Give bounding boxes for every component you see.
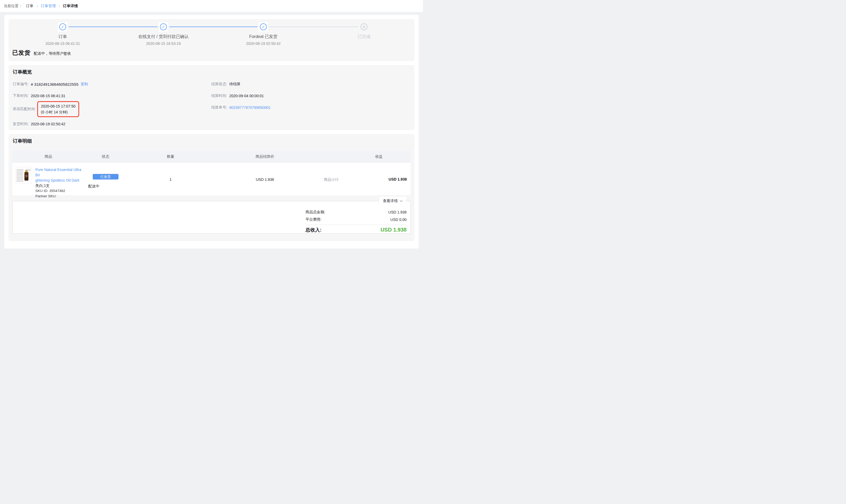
ship-time-label: 发货时间: bbox=[13, 122, 29, 126]
order-detail-block: 订单明细 商品 状态 数量 商品结算价 收益 bbox=[8, 134, 415, 241]
chevron-right-icon: › bbox=[36, 4, 38, 8]
status-badge: 已发货 bbox=[93, 174, 119, 180]
detail-title: 订单明细 bbox=[13, 138, 32, 144]
step-time-shipped: 2020-08-19 02:50:42 bbox=[221, 41, 306, 46]
stock-match-label: 库存匹配时间 bbox=[13, 107, 35, 111]
ship-time-value: 2020-08-19 02:50:42 bbox=[31, 122, 65, 126]
step-time-order: 2020-08-15 06:41:31 bbox=[20, 41, 105, 46]
step-node-4: 4 bbox=[359, 22, 369, 32]
product-spec: 美白;1支 bbox=[35, 183, 84, 188]
breadcrumb-location-label: 当前位置： bbox=[4, 4, 22, 8]
platform-fee-row: 平台费用: USD 0.00 bbox=[305, 217, 407, 222]
subtotal-label-cell: 商品小计 bbox=[315, 163, 347, 195]
breadcrumb-item-order-management[interactable]: 订单管理 bbox=[41, 4, 56, 8]
step-connector-done bbox=[169, 26, 258, 27]
product-title-link[interactable]: Pure Natural Essential Ultra Bri ghtenin… bbox=[35, 167, 84, 183]
breadcrumb: 当前位置： 订单 › 订单管理 › 订单详情 bbox=[0, 0, 423, 12]
total-income-row: 总收入: USD 1.938 bbox=[305, 227, 407, 233]
order-items-table: 商品 状态 数量 商品结算价 收益 Pure Natural Essen bbox=[13, 151, 410, 195]
step-number-icon: 4 bbox=[360, 23, 368, 30]
breadcrumb-item-orders[interactable]: 订单 bbox=[26, 4, 34, 8]
step-title-order: 订单 bbox=[20, 34, 105, 39]
step-node-2: ✓ bbox=[159, 22, 168, 32]
settle-number-link[interactable]: 80159777670789650001 bbox=[229, 105, 271, 110]
place-time-label: 下单时间: bbox=[13, 93, 29, 98]
settle-status-label: 结算状态: bbox=[211, 82, 227, 87]
goods-total-row: 商品总金额: USD 1.938 bbox=[305, 210, 407, 215]
goods-total-value: USD 1.938 bbox=[388, 210, 407, 214]
ship-time-row: 发货时间: 2020-08-19 02:50:42 bbox=[13, 122, 65, 126]
qty-cell: 1 bbox=[127, 163, 214, 195]
overview-title: 订单概览 bbox=[13, 69, 32, 75]
totals-summary: 商品总金额: USD 1.938 平台费用: USD 0.00 总收入: USD… bbox=[305, 201, 407, 233]
goods-total-label: 商品总金额: bbox=[305, 210, 325, 215]
header-profit: 收益 bbox=[347, 154, 410, 159]
step-title-completed: 已完成 bbox=[321, 34, 407, 39]
order-overview-block: 订单概览 订单编号: # 31824913664605822555 复制 下单时… bbox=[8, 65, 415, 130]
check-icon: ✓ bbox=[160, 23, 167, 30]
step-connector-done bbox=[69, 26, 158, 27]
product-partner-sku: Partner SKU: bbox=[35, 194, 84, 199]
step-node-1: ✓ bbox=[58, 22, 68, 32]
table-row: Pure Natural Essential Ultra Bri ghtenin… bbox=[13, 163, 410, 195]
step-title-shipped: Fordeal 已发货 bbox=[221, 34, 306, 39]
place-time-value: 2020-08-15 06:41:31 bbox=[31, 94, 65, 98]
totals-box: 查看详情 商品总金额: USD 1.938 平台费用: USD 0.00 总收入… bbox=[13, 201, 410, 233]
header-qty: 数量 bbox=[127, 154, 214, 159]
total-income-value: USD 1.938 bbox=[381, 227, 407, 233]
product-cell: Pure Natural Essential Ultra Bri ghtenin… bbox=[13, 163, 84, 195]
stock-match-time: 2020-08-15 17:07:50 bbox=[41, 103, 75, 109]
breadcrumb-item-order-detail: 订单详情 bbox=[63, 4, 78, 8]
stock-match-duration: (0 小时 14 分钟) bbox=[41, 109, 75, 115]
shipping-status-subtitle: 配送中，等待用户签收 bbox=[34, 51, 71, 56]
shipping-status-headline: 已发货 bbox=[12, 49, 31, 57]
settle-number-row: 结算单号: 80159777670789650001 bbox=[211, 105, 271, 110]
settle-time-label: 结算时间: bbox=[211, 93, 227, 98]
product-image-text-lines bbox=[16, 169, 23, 182]
table-header-row: 商品 状态 数量 商品结算价 收益 bbox=[13, 151, 410, 163]
settle-time-row: 结算时间: 2020-09-04 00:00:01 bbox=[211, 93, 264, 98]
status-cell: 已发货 配送中 bbox=[84, 163, 127, 195]
header-status: 状态 bbox=[84, 154, 127, 159]
summary-divider bbox=[305, 224, 407, 225]
total-income-label: 总收入: bbox=[305, 227, 321, 233]
settle-status-value: 待结算 bbox=[229, 82, 241, 87]
order-number-row: 订单编号: # 31824913664605822555 复制 bbox=[13, 82, 88, 87]
profit-cell: USD 1.938 bbox=[347, 163, 410, 195]
product-image-bottle bbox=[24, 172, 29, 181]
step-time-payment: 2020-08-15 16:53:19 bbox=[121, 41, 206, 46]
platform-fee-label: 平台费用: bbox=[305, 217, 321, 222]
settle-number-label: 结算单号: bbox=[211, 105, 227, 110]
chevron-right-icon: › bbox=[59, 4, 60, 8]
totals-area: 查看详情 商品总金额: USD 1.938 平台费用: USD 0.00 总收入… bbox=[13, 201, 410, 233]
order-number-value: # 31824913664605822555 bbox=[31, 82, 78, 87]
header-product: 商品 bbox=[13, 154, 84, 159]
product-info: Pure Natural Essential Ultra Bri ghtenin… bbox=[35, 167, 84, 195]
step-connector-todo bbox=[269, 26, 358, 27]
copy-order-number-link[interactable]: 复制 bbox=[81, 82, 88, 87]
settle-status-row: 结算状态: 待结算 bbox=[211, 82, 241, 87]
order-number-label: 订单编号: bbox=[13, 82, 29, 87]
stock-match-highlight-box: 2020-08-15 17:07:50 (0 小时 14 分钟) bbox=[37, 101, 79, 117]
check-icon: ✓ bbox=[59, 23, 66, 30]
product-sku: SKU ID: 35547482 bbox=[35, 188, 84, 194]
platform-fee-value: USD 0.00 bbox=[390, 217, 407, 222]
stock-match-row: 库存匹配时间 2020-08-15 17:07:50 (0 小时 14 分钟) bbox=[13, 101, 79, 117]
check-icon: ✓ bbox=[260, 23, 267, 30]
product-image[interactable] bbox=[15, 167, 32, 183]
price-cell: USD 1.938 bbox=[214, 163, 315, 195]
header-price: 商品结算价 bbox=[214, 154, 315, 159]
step-title-payment: 在线支付 / 货到付款已确认 bbox=[121, 34, 206, 39]
shipping-status: 已发货 配送中，等待用户签收 bbox=[12, 49, 71, 57]
settle-time-value: 2020-09-04 00:00:01 bbox=[229, 94, 264, 98]
place-time-row: 下单时间: 2020-08-15 06:41:31 bbox=[13, 93, 65, 98]
order-progress-block: ✓ ✓ ✓ 4 订单 2020-08-15 06:41:31 在线支付 / 货到… bbox=[8, 19, 415, 61]
status-sub-text: 配送中 bbox=[84, 184, 127, 189]
order-detail-card: ✓ ✓ ✓ 4 订单 2020-08-15 06:41:31 在线支付 / 货到… bbox=[4, 15, 419, 249]
step-node-3: ✓ bbox=[259, 22, 268, 32]
